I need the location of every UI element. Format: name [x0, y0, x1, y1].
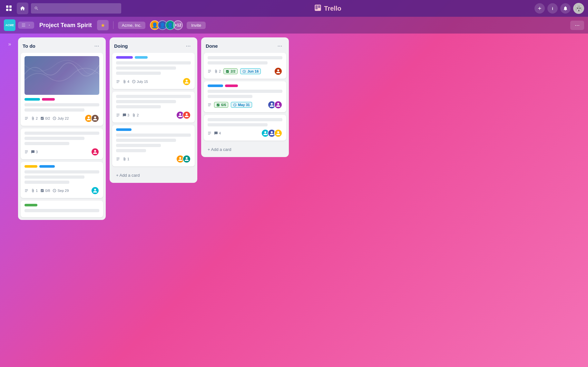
card-5-desc [116, 80, 120, 84]
card-8[interactable]: 2 2/2 Jun 16 [204, 53, 286, 79]
list-doing-title: Doing [114, 43, 128, 49]
card-7-avatars [176, 155, 191, 163]
notifications-button[interactable] [560, 3, 571, 14]
grid-icon[interactable] [4, 3, 14, 14]
card-1[interactable]: 2 0/2 July 22 [21, 53, 103, 126]
svg-point-17 [179, 157, 181, 159]
card-text-full [24, 103, 99, 106]
workspace-logo[interactable]: ACME [4, 19, 15, 31]
card-3-check: 0/8 [40, 189, 50, 193]
svg-point-23 [271, 131, 273, 133]
card-6-desc [116, 113, 120, 117]
card-due-date: July 22 [53, 116, 69, 120]
card-8-desc [208, 69, 211, 73]
card-3-due: Sep 29 [53, 189, 69, 193]
board-title: Project Team Spirit [39, 22, 92, 29]
list-doing-header: Doing ··· [110, 37, 197, 53]
card-10-desc [208, 131, 211, 135]
star-button[interactable]: ★ [97, 20, 109, 30]
trello-logo [314, 4, 321, 13]
svg-rect-0 [6, 5, 8, 8]
top-navigation: Trello i 🐺 [0, 0, 588, 17]
card-5-attach: 4 [122, 80, 129, 84]
card-10[interactable]: 4 [204, 115, 286, 141]
svg-point-13 [94, 189, 96, 191]
card-attachments: 2 [31, 116, 38, 120]
card-1-labels [24, 98, 99, 101]
info-button[interactable]: i [547, 3, 558, 14]
card-9-due-badge: May 31 [231, 102, 252, 108]
card-10-comments: 4 [214, 131, 221, 135]
label-pink [42, 98, 55, 101]
avatar-red-dark [274, 67, 282, 75]
card-5[interactable]: 4 July 15 [112, 53, 195, 89]
avatar-purple-2 [274, 101, 282, 109]
svg-rect-9 [22, 26, 25, 27]
user-avatar[interactable]: 🐺 [573, 3, 584, 14]
list-todo-title: To do [23, 43, 35, 49]
svg-point-21 [277, 103, 279, 105]
list-done-header: Done ··· [201, 37, 289, 53]
app-name-text: Trello [324, 5, 341, 12]
svg-rect-3 [9, 9, 12, 11]
svg-point-10 [88, 116, 90, 118]
list-todo-menu[interactable]: ··· [92, 41, 101, 50]
add-button[interactable] [534, 3, 545, 14]
svg-rect-5 [316, 5, 318, 9]
card-3[interactable]: 1 0/8 Sep 29 [21, 162, 103, 198]
avatar-red [182, 111, 191, 119]
card-2-avatars [91, 148, 99, 156]
svg-rect-2 [6, 9, 8, 11]
home-button[interactable] [17, 3, 28, 14]
list-doing: Doing ··· 4 [110, 37, 197, 183]
done-add-card-button[interactable]: + Add a card [204, 144, 286, 154]
app-title: Trello [124, 4, 532, 13]
svg-point-15 [179, 113, 181, 115]
list-doing-menu[interactable]: ··· [184, 41, 193, 50]
search-bar[interactable] [31, 3, 121, 14]
card-9[interactable]: 6/6 May 31 [204, 81, 286, 112]
header-divider [113, 21, 113, 29]
svg-point-24 [277, 131, 279, 133]
card-7[interactable]: 1 [112, 125, 195, 166]
invite-button[interactable]: Invite [187, 22, 206, 29]
more-options-button[interactable]: ··· [570, 21, 584, 30]
card-text-medium [24, 108, 84, 112]
svg-point-14 [186, 80, 188, 82]
avatar-cyan [91, 186, 99, 195]
svg-point-22 [264, 131, 266, 133]
member-avatars-group: 👤 👤 👤 +12 [150, 20, 183, 30]
card-6-meta: 3 2 [116, 111, 191, 119]
card-10-meta: 4 [208, 129, 282, 137]
workspace-button[interactable]: Acme, Inc. [118, 22, 145, 29]
card-checklist: 0/2 [40, 116, 50, 120]
card-4[interactable] [21, 201, 103, 217]
list-done-body: 2 2/2 Jun 16 [201, 53, 289, 143]
card-5-meta: 4 July 15 [116, 77, 191, 86]
avatar-yellow [182, 77, 191, 86]
card-2-desc [24, 150, 28, 154]
card-8-attach: 2 [214, 69, 221, 73]
card-5-avatars [182, 77, 191, 86]
card-3-attach: 1 [31, 189, 38, 193]
card-9-avatars [268, 101, 282, 109]
card-cover [24, 56, 99, 95]
avatar-teal-2 [182, 155, 191, 163]
card-6[interactable]: 3 2 [112, 92, 195, 123]
svg-point-16 [186, 113, 188, 115]
svg-point-19 [277, 69, 279, 71]
sidebar-toggle[interactable]: » [5, 37, 14, 47]
card-2[interactable]: 3 [21, 128, 103, 159]
doing-add-card-button[interactable]: + Add a card [112, 170, 195, 180]
card-8-meta: 2 2/2 Jun 16 [208, 67, 282, 75]
svg-point-20 [271, 103, 273, 105]
board-menu-button[interactable] [18, 22, 34, 29]
card-8-avatars [274, 67, 282, 75]
list-done-menu[interactable]: ··· [275, 41, 284, 50]
member-count[interactable]: +12 [173, 20, 183, 30]
card-7-attach: 1 [122, 157, 129, 161]
list-todo-header: To do ··· [18, 37, 106, 53]
card-3-labels [24, 165, 99, 168]
card-10-avatars [261, 129, 282, 137]
card-7-desc [116, 157, 120, 161]
